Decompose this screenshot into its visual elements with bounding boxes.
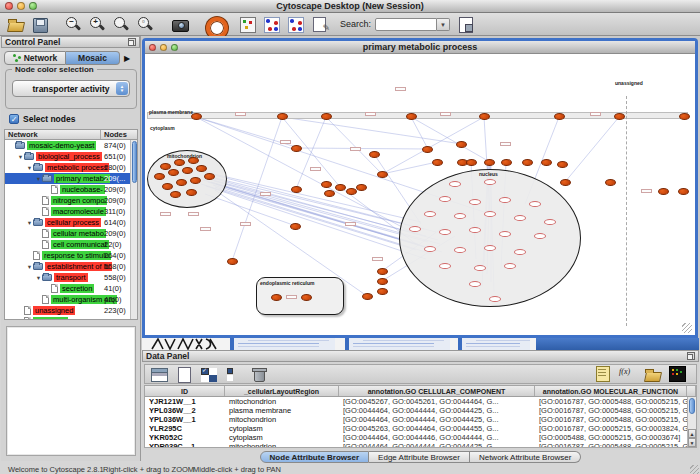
select-nodes-checkbox[interactable]: ✓	[9, 114, 19, 124]
gene-node-outlined[interactable]	[469, 281, 481, 287]
layout-a-icon[interactable]	[262, 15, 282, 33]
function-icon[interactable]	[618, 365, 638, 381]
background-window-fragment[interactable]	[345, 338, 450, 350]
tree-scrollbar[interactable]	[130, 140, 137, 319]
gene-node[interactable]	[176, 179, 187, 186]
gene-node[interactable]	[160, 163, 171, 170]
table-icon[interactable]	[149, 366, 169, 382]
zoom-fit-icon[interactable]	[112, 15, 132, 33]
gene-node[interactable]	[560, 179, 571, 186]
gene-node[interactable]	[432, 159, 443, 166]
scroll-up-icon[interactable]: ▲	[688, 429, 696, 438]
gene-node[interactable]	[182, 167, 193, 174]
tree-item[interactable]: cell communicat22(0)	[5, 239, 130, 250]
gene-node[interactable]	[277, 113, 288, 120]
table-row[interactable]: YPL036W__1mitochondrion[GO:0044464, GO:0…	[145, 415, 696, 424]
gene-node[interactable]	[227, 258, 238, 265]
gene-node[interactable]	[679, 113, 690, 120]
tree-item[interactable]: ▼cellular process614(0)	[5, 217, 130, 228]
gene-node[interactable]	[479, 113, 490, 120]
gene-node[interactable]	[321, 181, 332, 188]
gene-node[interactable]	[456, 141, 467, 148]
scroll-down-icon[interactable]: ▼	[688, 438, 696, 447]
tree-item[interactable]: multi-organism pro42(0)	[5, 294, 130, 305]
tree-item[interactable]: ▼establishment of lo558(0)	[5, 261, 130, 272]
network-canvas[interactable]: plasma membrane cytoplasm mitochondrion …	[145, 54, 693, 334]
gene-node[interactable]	[614, 113, 625, 120]
float-panel-icon[interactable]	[687, 352, 695, 360]
snapshot-icon[interactable]	[170, 15, 190, 33]
gene-node[interactable]	[204, 173, 215, 180]
tab-node-attribute-browser[interactable]: Node Attribute Browser	[260, 451, 370, 463]
gene-node[interactable]	[162, 183, 173, 190]
gene-node[interactable]	[658, 188, 669, 195]
table-row[interactable]: YKR052Ccytoplasm[GO:0044464, GO:0044446,…	[145, 433, 696, 442]
save-icon[interactable]	[30, 15, 50, 33]
gene-node[interactable]	[377, 278, 388, 285]
tree-item[interactable]: nitrogen compo209(0)	[5, 195, 130, 206]
expander-icon[interactable]: ▼	[26, 264, 33, 270]
gene-node[interactable]	[190, 177, 201, 184]
tree-item[interactable]: ▼primary metabo209(...	[5, 173, 130, 184]
zoom-selected-icon[interactable]	[136, 15, 156, 33]
gene-node[interactable]	[291, 186, 302, 193]
gene-node[interactable]	[554, 113, 565, 120]
gene-node[interactable]	[271, 294, 282, 301]
gene-node[interactable]	[174, 159, 185, 166]
gene-node[interactable]	[301, 294, 312, 301]
gene-node-outlined[interactable]	[484, 179, 496, 185]
gene-node[interactable]	[186, 189, 197, 196]
gene-node-outlined[interactable]	[469, 199, 481, 205]
network-window-titlebar[interactable]: primary metabolic process	[145, 41, 695, 54]
gene-node-outlined[interactable]	[439, 196, 451, 202]
gene-node[interactable]	[522, 159, 533, 166]
gene-node-outlined[interactable]	[544, 219, 556, 225]
open-folder-icon[interactable]	[643, 365, 663, 383]
window-resize-grip[interactable]	[682, 323, 692, 333]
background-window-fragment[interactable]	[536, 338, 699, 350]
gene-node[interactable]	[605, 179, 616, 186]
gene-node[interactable]	[369, 151, 380, 158]
tree-item[interactable]: macromolecule311(0)	[5, 206, 130, 217]
help-ring-icon[interactable]	[204, 15, 224, 33]
gene-node-outlined[interactable]	[424, 246, 436, 252]
gene-node[interactable]	[541, 159, 552, 166]
column-header[interactable]: annotation.GO CELLULAR_COMPONENT	[339, 386, 535, 396]
new-doc-icon[interactable]	[174, 366, 194, 382]
node-color-combo[interactable]: transporter activity ▲▼	[12, 80, 130, 97]
zoom-in-icon[interactable]	[88, 15, 108, 33]
notes-icon[interactable]	[593, 365, 613, 381]
gene-node[interactable]	[324, 190, 335, 197]
tree-item[interactable]: ▼metabolic process280(0)	[5, 162, 130, 173]
search-dropdown-arrow-icon[interactable]: ▼	[437, 18, 450, 31]
gene-node[interactable]	[191, 113, 202, 120]
gene-node[interactable]	[335, 184, 346, 191]
table-row[interactable]: YDR039C__1mitochondrion[GO:0044464, GO:0…	[145, 442, 696, 448]
gene-node-outlined[interactable]	[409, 226, 421, 232]
gene-node-outlined[interactable]	[499, 197, 511, 203]
gene-node[interactable]	[557, 161, 568, 168]
tree-item[interactable]: ▼biological_process651(0)	[5, 151, 130, 162]
gene-node-outlined[interactable]	[534, 233, 546, 239]
gene-node[interactable]	[321, 113, 332, 120]
table-row[interactable]: YPL036W__2plasma membrane[GO:0044464, GO…	[145, 406, 696, 415]
table-row[interactable]: YLR295Ccytoplasm[GO:0045263, GO:0044464,…	[145, 424, 696, 433]
gene-node-outlined[interactable]	[424, 211, 436, 217]
gene-node-outlined[interactable]	[484, 211, 496, 217]
expander-icon[interactable]: ▼	[17, 154, 24, 160]
table-row[interactable]: YJR121W__1mitochondrion[GO:0045267, GO:0…	[145, 397, 696, 406]
gene-node[interactable]	[362, 293, 373, 300]
expander-icon[interactable]: ▼	[35, 275, 42, 281]
column-header[interactable]: ID	[145, 386, 225, 396]
gene-node[interactable]	[377, 268, 388, 275]
tree-item[interactable]: unassigned223(0)	[5, 305, 130, 316]
tab-edge-attribute-browser[interactable]: Edge Attribute Browser	[369, 451, 470, 463]
gene-node[interactable]	[154, 173, 165, 180]
column-header[interactable]: annotation.GO MOLECULAR_FUNCTION	[535, 386, 687, 396]
gene-node-outlined[interactable]	[454, 213, 466, 219]
float-panel-icon[interactable]	[128, 38, 136, 46]
gene-node-outlined[interactable]	[439, 263, 451, 269]
column-header[interactable]: _cellularLayoutRegion	[225, 386, 339, 396]
delete-icon[interactable]	[249, 366, 269, 382]
attribute-table[interactable]: ID_cellularLayoutRegionannotation.GO CEL…	[144, 385, 697, 448]
